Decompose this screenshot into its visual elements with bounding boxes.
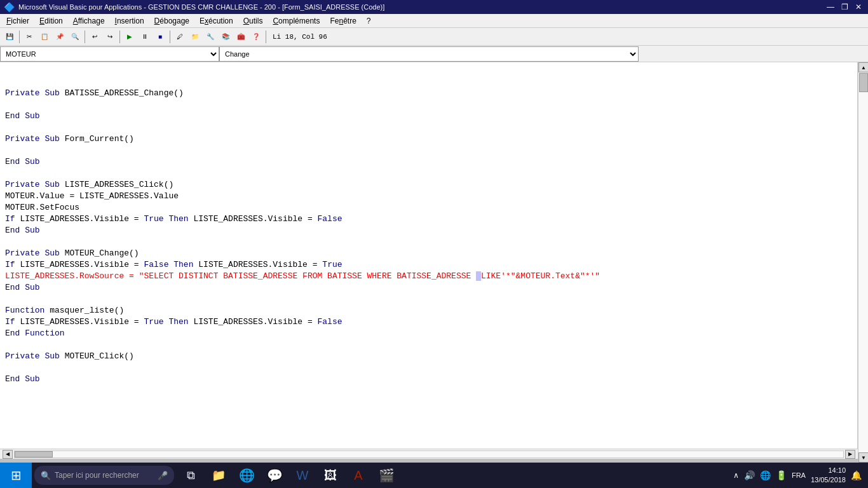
hscroll-track[interactable] [14, 451, 844, 458]
menu-help[interactable]: ? [362, 14, 376, 27]
menu-complements[interactable]: Compléments [268, 14, 325, 27]
menu-bar: Fichier Edition Affichage Insertion Débo… [0, 14, 868, 28]
title-bar-controls[interactable]: — ❐ ✕ [825, 1, 864, 13]
tb-undo[interactable]: ↩ [88, 30, 102, 44]
tb-run[interactable]: ▶ [123, 30, 137, 44]
taskbar-right: ∧ 🔊 🌐 🔋 FRA 14:10 13/05/2018 🔔 [733, 466, 868, 485]
lang-indicator[interactable]: FRA [792, 471, 806, 479]
tb-sep1 [19, 30, 20, 43]
taskbar-app-icons: ⧉ 📁 🌐 💬 W 🖼 A 🎬 [179, 464, 398, 487]
taskbar-clock[interactable]: 14:10 13/05/2018 [811, 466, 846, 485]
notifications-icon[interactable]: 🔔 [851, 470, 862, 480]
taskbar-search[interactable]: 🔍 Taper ici pour rechercher 🎤 [34, 466, 174, 485]
scroll-right-btn[interactable]: ▶ [845, 450, 855, 459]
tb-sep5 [266, 30, 266, 43]
photos-icon[interactable]: 🖼 [319, 464, 342, 487]
media-icon[interactable]: 🎬 [375, 464, 398, 487]
word-icon[interactable]: W [291, 464, 314, 487]
code-container[interactable]: Private Sub BATISSE_ADRESSE_Change() End… [0, 62, 858, 449]
taskbar: ⊞ 🔍 Taper ici pour rechercher 🎤 ⧉ 📁 🌐 💬 … [0, 463, 868, 488]
menu-fichier[interactable]: Fichier [1, 14, 34, 27]
object-dropdown[interactable]: MOTEUR [0, 46, 219, 62]
tb-proj-exp[interactable]: 📁 [188, 30, 202, 44]
tray-up-icon[interactable]: ∧ [733, 471, 739, 480]
code-area: Private Sub BATISSE_ADRESSE_Change() End… [0, 62, 858, 463]
menu-insertion[interactable]: Insertion [110, 14, 149, 27]
speaker-icon[interactable]: 🔊 [744, 470, 755, 480]
scroll-up-btn[interactable]: ▲ [858, 62, 868, 72]
tb-sep2 [85, 30, 85, 43]
tb-toolbox[interactable]: 🧰 [234, 30, 248, 44]
tb-save[interactable]: 💾 [3, 30, 17, 44]
close-btn[interactable]: ✕ [853, 1, 864, 13]
scroll-down-btn[interactable]: ▼ [858, 452, 868, 463]
clock-date: 13/05/2018 [811, 475, 846, 485]
tb-props[interactable]: 🔧 [203, 30, 217, 44]
tb-copy[interactable]: 📋 [37, 30, 51, 44]
menu-edition[interactable]: Edition [34, 14, 68, 27]
tb-redo[interactable]: ↪ [103, 30, 117, 44]
dropdowns-bar: MOTEUR Change [0, 46, 868, 62]
menu-debogage[interactable]: Débogage [149, 14, 194, 27]
tb-sep3 [119, 30, 120, 43]
menu-outils[interactable]: Outils [238, 14, 268, 27]
code-editor[interactable]: Private Sub BATISSE_ADRESSE_Change() End… [0, 62, 857, 449]
toolbar: 💾 ✂ 📋 📌 🔍 ↩ ↪ ▶ ⏸ ■ 🖊 📁 🔧 📚 🧰 ❓ Li 18, C… [0, 28, 868, 46]
hscroll-thumb[interactable] [15, 451, 53, 458]
title-text: Microsoft Visual Basic pour Applications… [18, 3, 384, 11]
chrome-icon[interactable]: 🌐 [235, 464, 258, 487]
vscroll-thumb[interactable] [859, 73, 868, 92]
app-icon: 🔷 [4, 2, 15, 12]
title-bar: 🔷 Microsoft Visual Basic pour Applicatio… [0, 0, 868, 14]
minimize-btn[interactable]: — [825, 1, 836, 13]
cursor-position: Li 18, Col 96 [273, 33, 327, 41]
main-layout: Private Sub BATISSE_ADRESSE_Change() End… [0, 62, 868, 463]
procedure-dropdown[interactable]: Change [219, 46, 639, 62]
access-icon[interactable]: A [347, 464, 370, 487]
tb-help[interactable]: ❓ [249, 30, 263, 44]
tb-design[interactable]: 🖊 [173, 30, 187, 44]
menu-affichage[interactable]: Affichage [68, 14, 110, 27]
network-icon[interactable]: 🌐 [760, 470, 771, 480]
vertical-scrollbar[interactable]: ▲ ▼ [858, 62, 868, 463]
menu-execution[interactable]: Exécution [194, 14, 238, 27]
scroll-left-btn[interactable]: ◀ [3, 450, 13, 459]
start-button[interactable]: ⊞ [0, 463, 32, 488]
restore-btn[interactable]: ❐ [839, 1, 850, 13]
tb-paste[interactable]: 📌 [53, 30, 67, 44]
file-explorer-icon[interactable]: 📁 [207, 464, 230, 487]
app-icon-5[interactable]: 💬 [263, 464, 286, 487]
tb-cut[interactable]: ✂ [22, 30, 36, 44]
tb-sep4 [170, 30, 170, 43]
tb-stop[interactable]: ■ [153, 30, 167, 44]
horizontal-scrollbar[interactable]: ◀ ▶ [0, 449, 858, 459]
search-placeholder: Taper ici pour rechercher [55, 471, 139, 480]
title-bar-left: 🔷 Microsoft Visual Basic pour Applicatio… [4, 2, 384, 12]
vscroll-track[interactable] [858, 72, 868, 452]
task-view-btn[interactable]: ⧉ [179, 464, 202, 487]
tb-find[interactable]: 🔍 [68, 30, 82, 44]
microphone-icon: 🎤 [158, 471, 168, 480]
battery-icon: 🔋 [776, 470, 787, 480]
tb-obj-browse[interactable]: 📚 [219, 30, 233, 44]
menu-fenetre[interactable]: Fenêtre [325, 14, 361, 27]
search-icon: 🔍 [41, 471, 51, 480]
tb-pause[interactable]: ⏸ [138, 30, 152, 44]
clock-time: 14:10 [811, 466, 846, 475]
